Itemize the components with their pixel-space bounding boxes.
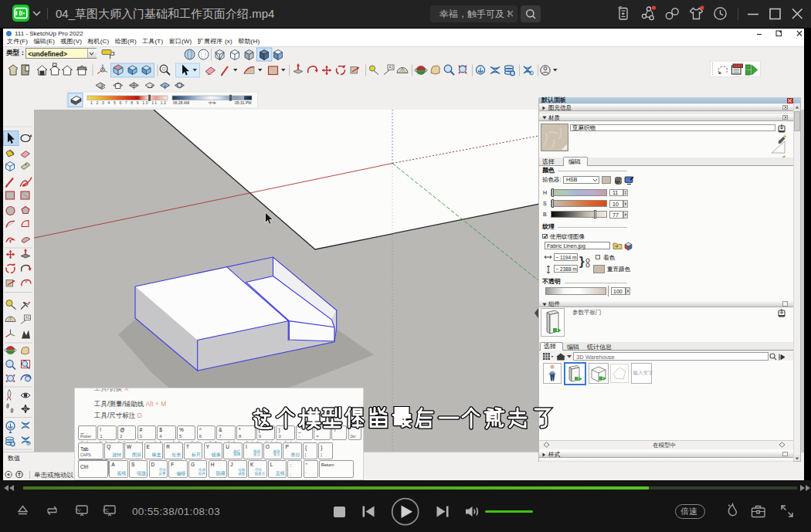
svg-text:PC: PC — [103, 508, 109, 513]
svg-text:06:28 AM: 06:28 AM — [173, 100, 189, 105]
svg-text:TV: TV — [75, 508, 80, 513]
svg-text:A1: A1 — [25, 315, 30, 320]
svg-text:1 2 3 4 5 6 7 8 9 10 11 12: 1 2 3 4 5 6 7 8 9 10 11 12 — [90, 100, 166, 105]
svg-text:05:31 PM: 05:31 PM — [235, 100, 251, 105]
svg-text:中午: 中午 — [209, 100, 216, 105]
svg-text:A1: A1 — [389, 65, 393, 69]
